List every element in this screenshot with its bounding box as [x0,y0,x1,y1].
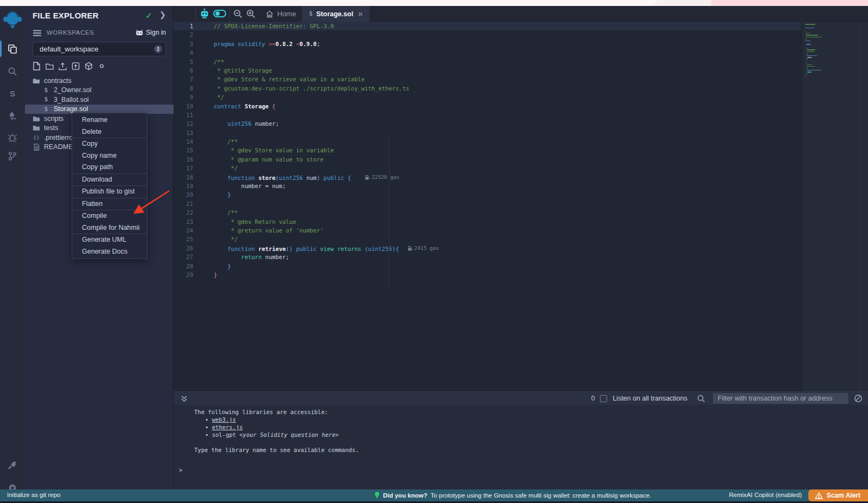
line-number: 22 [174,208,206,217]
terminal-prompt[interactable]: > [179,466,182,474]
line-number: 18 [174,173,206,182]
code-line-12[interactable]: 12 uint256 number; [174,119,801,128]
code-line-6[interactable]: 6 * @title Storage [174,66,801,75]
line-number: 15 [174,146,206,154]
expand-terminal-icon[interactable] [181,395,188,402]
publish-cube-icon[interactable] [85,62,93,70]
rail-item-file-explorer[interactable] [0,40,25,58]
code-line-3[interactable]: 3pragma solidity >=0.8.2 <0.9.0; [174,40,801,48]
code-line-26[interactable]: 26 function retrieve() public view retur… [174,244,801,253]
tree-item-2-owner-sol[interactable]: S2_Owner.sol [25,86,174,95]
code-line-22[interactable]: 22 /** [174,208,801,217]
context-menu-item-generate-docs[interactable]: Generate Docs [72,246,147,258]
status-bar: Initialize as git repo Did you know? To … [0,489,868,501]
red-arrow-annotation [124,183,174,219]
context-menu-item-generate-uml[interactable]: Generate UML [72,234,147,246]
remix-logo[interactable] [3,10,22,30]
folder-open-icon [33,78,40,84]
code-line-8[interactable]: 8 * @custom:dev-run-script ./scripts/dep… [174,84,801,93]
listen-checkbox[interactable] [600,395,607,402]
code-line-16[interactable]: 16 * @param num value to store [174,155,801,164]
upload-file-icon[interactable] [59,62,67,70]
tree-item-label: Storage.sol [54,105,88,113]
code-line-5[interactable]: 5/** [174,57,801,66]
rail-item-git[interactable] [0,147,25,165]
code-line-23[interactable]: 23 * @dev Return value [174,217,801,226]
sign-in-button[interactable]: Sign in [136,29,166,36]
line-number: 9 [174,93,206,101]
zoom-in-icon[interactable] [246,9,256,18]
line-number: 29 [174,270,206,279]
code-line-29[interactable]: 29} [174,270,801,279]
rail-item-deploy-and-run[interactable] [0,107,25,125]
code-line-24[interactable]: 24 * @return value of 'number' [174,226,801,235]
code-line-2[interactable]: 2 [174,30,801,39]
workspaces-menu-icon[interactable] [33,30,41,36]
ai-assistant-icon[interactable] [199,8,210,20]
code-line-19[interactable]: 19 number = num; [174,182,801,190]
transaction-filter-input[interactable] [713,393,848,404]
copilot-status[interactable]: RemixAI Copilot (enabled) [729,492,802,498]
warning-icon [815,492,823,499]
chevron-right-icon[interactable]: ❯ [159,10,166,19]
context-menu-item-rename[interactable]: Rename [72,114,147,126]
context-menu-item-delete[interactable]: Delete [72,126,147,138]
new-file-icon[interactable] [33,62,41,70]
web3-link[interactable]: web3.js [212,416,236,423]
code-line-21[interactable]: 21 [174,199,801,208]
clear-terminal-icon[interactable] [854,394,863,403]
line-number: 23 [174,217,206,226]
editor-toolbar: Home S Storage.sol × [174,6,868,22]
gas-estimate: 22520 gas [365,173,399,182]
code-line-25[interactable]: 25 */ [174,235,801,243]
context-menu-item-copy[interactable]: Copy [72,138,147,150]
code-line-7[interactable]: 7 * @dev Store & retrieve value in a var… [174,75,801,83]
context-menu-item-compile-for-nahmii[interactable]: Compile for Nahmii [72,222,147,234]
code-line-4[interactable]: 4 [174,48,801,57]
context-menu-item-copy-name[interactable]: Copy name [72,150,147,162]
code-line-17[interactable]: 17 */ [174,164,801,172]
code-line-28[interactable]: 28 } [174,262,801,270]
code-line-15[interactable]: 15 * @dev Store value in variable [174,146,801,154]
git-init-button[interactable]: Initialize as git repo [7,492,60,498]
upload-folder-icon[interactable] [72,62,80,70]
workspace-caret-icon [154,45,162,53]
code-line-1[interactable]: 1// SPDX-License-Identifier: GPL-3.0 [174,22,801,30]
scam-alert-button[interactable]: Scam Alert [808,489,868,501]
check-icon: ✓ [145,11,152,21]
zoom-out-icon[interactable] [233,9,242,18]
terminal-toolbar: 0 Listen on all transactions [174,391,868,405]
terminal[interactable]: The following libraries are accessible: … [174,405,868,489]
solidity-icon: S [42,106,50,112]
tab-home[interactable]: Home [259,6,303,22]
rail-item-plugin-manager[interactable] [0,456,25,474]
minimap[interactable] [801,22,868,391]
rail-item-solidity-compiler[interactable]: S [0,84,25,102]
workspace-select[interactable]: default_workspace [33,42,166,56]
code-line-11[interactable]: 11 [174,111,801,119]
line-number: 12 [174,119,206,128]
code-line-14[interactable]: 14 /** [174,137,801,146]
browser-strip-blob [711,0,868,6]
new-folder-icon[interactable] [46,62,54,70]
ethers-link[interactable]: ethers.js [212,424,243,430]
rail-item-debugger[interactable] [0,128,25,147]
github-icon [136,29,143,36]
rail-item-search[interactable] [0,62,25,81]
tab-storage-sol[interactable]: S Storage.sol × [303,6,369,22]
code-line-18[interactable]: 18 function store(uint256 num) public {2… [174,173,801,182]
tree-item-3-ballot-sol[interactable]: S3_Ballot.sol [25,95,174,105]
link-icon[interactable] [98,62,106,70]
code-line-9[interactable]: 9 */ [174,93,801,101]
copilot-toggle[interactable] [213,10,226,17]
terminal-search-icon[interactable] [697,395,705,403]
code-line-27[interactable]: 27 return number; [174,253,801,261]
code-editor[interactable]: 1// SPDX-License-Identifier: GPL-3.023pr… [174,22,801,391]
browser-strip [0,0,868,6]
context-menu-item-copy-path[interactable]: Copy path [72,162,147,173]
code-line-10[interactable]: 10contract Storage { [174,102,801,111]
tree-item-contracts[interactable]: contracts [25,76,174,86]
line-number: 25 [174,235,206,243]
code-line-20[interactable]: 20 } [174,190,801,199]
code-line-13[interactable]: 13 [174,128,801,137]
